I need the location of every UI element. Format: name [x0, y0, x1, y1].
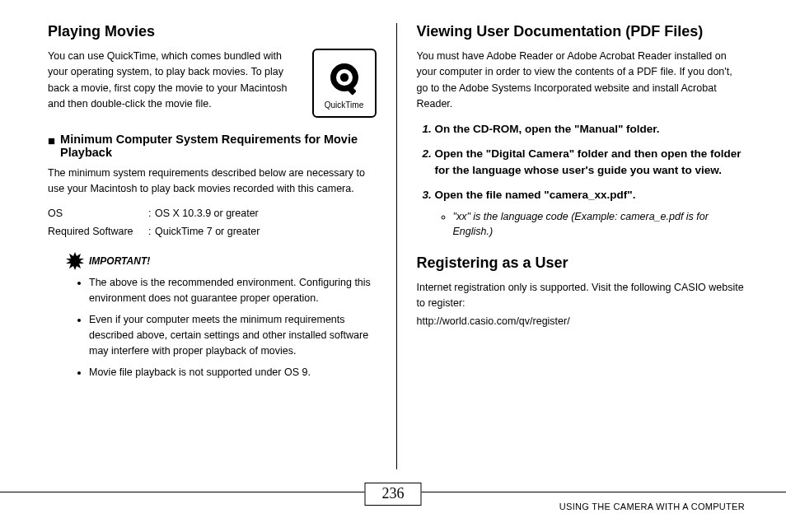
step-text: Open the "Digital Camera" folder and the…: [435, 147, 742, 176]
viewing-docs-body: You must have Adobe Reader or Adobe Acro…: [417, 49, 746, 113]
footer-section-title: USING THE CAMERA WITH A COMPUTER: [559, 502, 745, 511]
page-content: Playing Movies You can use QuickTime, wh…: [0, 0, 786, 469]
subheading-text: Minimum Computer System Requirements for…: [60, 133, 376, 159]
quicktime-logo-box: QuickTime: [312, 49, 377, 118]
list-item: "xx" is the language code (Example: came…: [453, 209, 746, 240]
step-text: Open the file named "camera_xx.pdf".: [435, 189, 636, 201]
step-item: On the CD-ROM, open the "Manual" folder.: [435, 121, 746, 138]
svg-marker-4: [66, 252, 84, 270]
page-number: 236: [365, 483, 422, 506]
quicktime-icon: [325, 60, 363, 98]
register-url: http://world.casio.com/qv/register/: [417, 314, 746, 329]
spec-key: OS: [48, 205, 148, 222]
page-footer: 236 USING THE CAMERA WITH A COMPUTER: [0, 492, 786, 520]
intro-row: You can use QuickTime, which comes bundl…: [48, 49, 377, 121]
square-bullet-icon: ■: [48, 133, 55, 148]
important-label: IMPORTANT!: [89, 255, 150, 267]
spec-row-software: Required Software : QuickTime 7 or great…: [48, 223, 377, 240]
important-callout: IMPORTANT!: [66, 252, 377, 270]
spec-colon: :: [148, 205, 155, 222]
spec-colon: :: [148, 223, 155, 240]
heading-registering: Registering as a User: [417, 254, 746, 272]
quicktime-label: QuickTime: [325, 100, 363, 110]
list-item: Even if your computer meets the minimum …: [89, 312, 377, 360]
step-item: Open the "Digital Camera" folder and the…: [435, 146, 746, 180]
heading-playing-movies: Playing Movies: [48, 23, 377, 40]
step-item: Open the file named "camera_xx.pdf". "xx…: [435, 187, 746, 240]
subheading-requirements: ■ Minimum Computer System Requirements f…: [48, 133, 377, 159]
spec-row-os: OS : OS X 10.3.9 or greater: [48, 205, 377, 222]
spec-table: OS : OS X 10.3.9 or greater Required Sof…: [48, 205, 377, 240]
spec-val: OS X 10.3.9 or greater: [155, 205, 259, 222]
steps-list: On the CD-ROM, open the "Manual" folder.…: [417, 121, 746, 240]
heading-viewing-docs: Viewing User Documentation (PDF Files): [417, 23, 746, 40]
right-column: Viewing User Documentation (PDF Files) Y…: [397, 23, 746, 469]
left-column: Playing Movies You can use QuickTime, wh…: [48, 23, 397, 469]
register-body: Internet registration only is supported.…: [417, 280, 746, 312]
intro-text: You can use QuickTime, which comes bundl…: [48, 49, 302, 113]
spec-val: QuickTime 7 or greater: [155, 223, 260, 240]
list-item: Movie file playback is not supported und…: [89, 365, 377, 380]
list-item: The above is the recommended environment…: [89, 275, 377, 307]
important-bullets: The above is the recommended environment…: [48, 275, 377, 380]
step-text: On the CD-ROM, open the "Manual" folder.: [435, 123, 660, 135]
step-sublist: "xx" is the language code (Example: came…: [435, 209, 746, 240]
svg-point-2: [339, 73, 348, 82]
spec-key: Required Software: [48, 223, 148, 240]
requirements-body: The minimum system requirements describe…: [48, 166, 377, 198]
starburst-icon: [66, 252, 84, 270]
